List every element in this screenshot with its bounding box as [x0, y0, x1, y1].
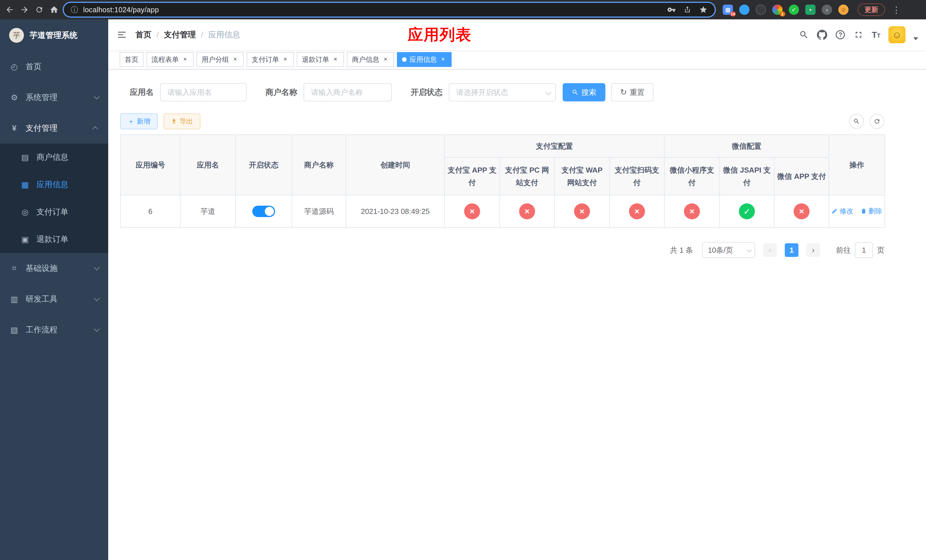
tab-refund-order[interactable]: 退款订单 × — [297, 52, 344, 67]
browser-update-button[interactable]: 更新 — [858, 3, 885, 16]
site-info-icon[interactable]: ⓘ — [71, 5, 78, 15]
user-menu-caret-icon[interactable] — [914, 37, 918, 40]
goto-page-input[interactable] — [855, 242, 873, 258]
col-alipay-wap: 支付宝 WAP 网站支付 — [554, 157, 610, 195]
page-number-button[interactable]: 1 — [785, 243, 799, 257]
delete-label: 删除 — [869, 206, 882, 216]
bookmark-star-icon[interactable] — [699, 5, 708, 14]
extension-check-icon[interactable]: ✓ — [789, 5, 799, 15]
sidebar-item-home[interactable]: ◴ 首页 — [0, 51, 108, 82]
sidebar-item-devtools[interactable]: ▥ 研发工具 — [0, 284, 108, 315]
toggle-search-button[interactable] — [849, 114, 864, 129]
sidebar-item-payment[interactable]: ¥ 支付管理 — [0, 113, 108, 144]
tab-user-group[interactable]: 用户分组 × — [197, 52, 244, 67]
password-key-icon[interactable] — [667, 5, 676, 14]
extension-drop-icon[interactable] — [739, 5, 749, 15]
close-icon[interactable]: × — [232, 56, 239, 63]
prev-page-button[interactable]: ‹ — [763, 243, 777, 257]
address-bar[interactable]: ⓘ localhost:1024/pay/app — [64, 3, 715, 17]
breadcrumb-home[interactable]: 首页 — [136, 29, 151, 40]
add-button[interactable]: ＋ 新增 — [120, 114, 158, 129]
tab-label: 首页 — [125, 55, 138, 64]
tab-app-info[interactable]: 应用信息 × — [397, 52, 452, 67]
sidebar-item-label: 支付订单 — [36, 206, 68, 217]
table-toolbar: ＋ 新增 导出 — [120, 114, 884, 129]
help-icon[interactable]: ? — [835, 30, 846, 40]
close-icon[interactable]: × — [332, 56, 339, 63]
extension-apps-icon[interactable]: ▦10 — [723, 5, 733, 15]
merchant-name-input[interactable] — [304, 83, 392, 101]
status-icon: × — [574, 203, 590, 219]
status-icon: × — [684, 203, 700, 219]
sidebar-item-pay-order[interactable]: ◎ 支付订单 — [0, 198, 108, 226]
extension-face-icon[interactable]: ☺ — [838, 5, 849, 15]
refresh-table-button[interactable] — [870, 114, 884, 129]
cell-actions: 修改 删除 — [829, 195, 885, 228]
extension-chat-icon[interactable]: ▪ — [805, 5, 816, 15]
monitor-icon: ⌗ — [9, 264, 20, 273]
search-icon[interactable] — [799, 30, 809, 40]
page-size-select[interactable]: 10条/页 — [702, 242, 755, 258]
close-icon[interactable]: × — [440, 56, 446, 63]
sidebar-item-label: 系统管理 — [26, 92, 57, 103]
status-toggle[interactable] — [252, 206, 275, 217]
tags-view-bar: 首页 流程表单 × 用户分组 × 支付订单 × 退款订单 × 商户信息 × — [108, 50, 926, 70]
close-icon[interactable]: × — [182, 56, 189, 63]
url-text[interactable]: localhost:1024/pay/app — [83, 6, 660, 14]
sidebar-fold-icon[interactable] — [108, 30, 136, 40]
col-wechat-jsapi: 微信 JSAPI 支付 — [720, 157, 774, 195]
browser-forward-button[interactable] — [18, 3, 31, 16]
col-group-wechat: 微信配置 — [664, 135, 829, 157]
export-button[interactable]: 导出 — [163, 114, 200, 129]
extension-dark-icon[interactable] — [756, 5, 766, 15]
browser-home-button[interactable] — [48, 3, 61, 16]
avatar[interactable]: ☺ — [888, 26, 905, 43]
reset-button[interactable]: ↻ 重置 — [611, 83, 654, 101]
sidebar-item-app-info[interactable]: ▦ 应用信息 — [0, 171, 108, 198]
extension-profile-icon[interactable]: 1 — [772, 5, 782, 15]
fullscreen-icon[interactable] — [853, 30, 864, 40]
close-icon[interactable]: × — [282, 56, 289, 63]
share-icon[interactable] — [683, 5, 692, 14]
payment-submenu: ▤ 商户信息 ▦ 应用信息 ◎ 支付订单 ▣ 退款订单 — [0, 144, 108, 253]
extension-pin-icon[interactable]: › — [822, 5, 832, 15]
status-select[interactable]: 请选择开启状态 — [449, 83, 556, 101]
browser-back-button[interactable] — [3, 3, 16, 16]
tab-home[interactable]: 首页 — [120, 52, 144, 67]
edit-button[interactable]: 修改 — [831, 206, 853, 216]
tab-label: 支付订单 — [252, 55, 279, 64]
close-icon[interactable]: × — [382, 56, 389, 63]
next-page-button[interactable]: › — [806, 243, 820, 257]
delete-button[interactable]: 删除 — [861, 206, 882, 216]
navbar-actions: ? TT ☺ — [799, 26, 926, 43]
app-name-input[interactable] — [160, 83, 247, 101]
sidebar: 芋 芋道管理系统 ◴ 首页 ⚙ 系统管理 ¥ 支付管理 ▤ 商户信息 ▦ 应用信… — [0, 20, 108, 560]
tab-merchant-info[interactable]: 商户信息 × — [347, 52, 394, 67]
pencil-icon — [831, 208, 838, 214]
col-status: 开启状态 — [236, 135, 292, 195]
app-grid-icon: ▦ — [20, 180, 30, 189]
browser-menu-icon[interactable]: ⋮ — [892, 5, 901, 15]
cell-merchant: 芋道源码 — [292, 195, 346, 228]
chevron-down-icon — [94, 94, 100, 100]
cell-app-id: 6 — [121, 195, 180, 228]
sidebar-item-merchant-info[interactable]: ▤ 商户信息 — [0, 144, 108, 171]
github-icon[interactable] — [817, 30, 827, 40]
search-button[interactable]: 搜索 — [563, 83, 605, 101]
font-size-icon[interactable]: TT — [872, 30, 881, 39]
tab-pay-order[interactable]: 支付订单 × — [247, 52, 294, 67]
tab-process-form[interactable]: 流程表单 × — [146, 52, 194, 67]
sidebar-item-system[interactable]: ⚙ 系统管理 — [0, 82, 108, 113]
sidebar-item-workflow[interactable]: ▧ 工作流程 — [0, 315, 108, 345]
sidebar-item-refund-order[interactable]: ▣ 退款订单 — [0, 226, 108, 253]
status-icon: × — [464, 203, 480, 219]
breadcrumb-payment[interactable]: 支付管理 — [164, 29, 196, 40]
sidebar-item-label: 研发工具 — [26, 294, 57, 304]
cell-wechat-app: × — [774, 195, 829, 228]
browser-reload-button[interactable] — [33, 3, 45, 16]
sidebar-logo[interactable]: 芋 芋道管理系统 — [0, 20, 108, 51]
extension-strip: ▦10 1 ✓ ▪ › ☺ — [723, 5, 849, 15]
sidebar-item-infra[interactable]: ⌗ 基础设施 — [0, 253, 108, 284]
trash-icon — [861, 208, 867, 214]
edit-label: 修改 — [840, 206, 853, 216]
